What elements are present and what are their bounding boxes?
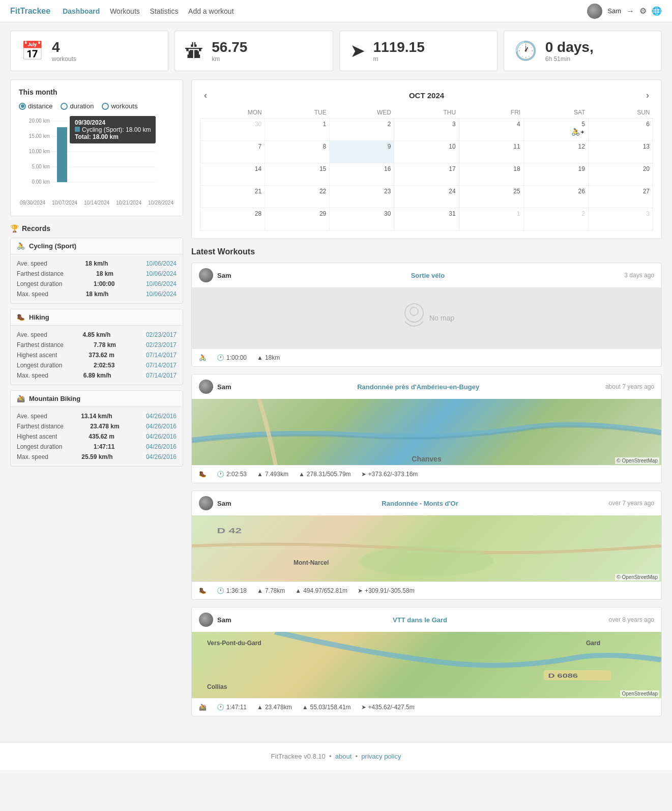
workout-distance-3: ▲ 7.78km	[257, 587, 285, 594]
cal-week-5: 28 29 30 31 1 2 3	[200, 208, 653, 230]
workout-time-2: about 7 years ago	[605, 383, 654, 390]
record-row: Ave. speed 13.14 km/h 04/26/2016	[17, 411, 177, 421]
cal-week-2: 7 8 9 10 11 12 13	[200, 141, 653, 163]
workout-stats-4: 🚵 🕐 1:47:11 ▲ 23.478km ▲ 55.03/158.4	[192, 698, 661, 716]
workout-title-3[interactable]: Randonnée - Monts d'Or	[382, 500, 458, 507]
workout-speed-4: ➤ +435.62/-427.5m	[361, 704, 415, 711]
footer-about-link[interactable]: about	[335, 752, 352, 760]
radio-duration-dot	[61, 103, 68, 110]
logout-icon[interactable]: →	[626, 7, 634, 16]
record-row: Max. speed 6.89 km/h 07/14/2017	[17, 370, 177, 381]
record-row: Highest ascent 435.62 m 04/26/2016	[17, 431, 177, 442]
cal-week-3: 14 15 16 17 18 19 20	[200, 163, 653, 186]
this-month-title: This month	[19, 88, 174, 96]
radio-distance[interactable]: distance	[19, 102, 52, 110]
cal-header-mon: MON	[200, 107, 265, 119]
workout-elevation-4: ▲ 55.03/158.41m	[302, 704, 351, 711]
cal-day: 24	[394, 186, 459, 208]
workout-avatar-2	[199, 380, 213, 394]
workout-avatar-3	[199, 496, 213, 510]
cal-day: 1	[265, 119, 330, 141]
two-col-layout: This month distance duration workouts	[10, 79, 662, 723]
workout-duration-2: 🕐 2:02:53	[217, 471, 247, 478]
nav-add-workout[interactable]: Add a workout	[188, 7, 234, 15]
map-collias: Collias	[207, 683, 227, 690]
workout-username-2: Sam	[217, 383, 231, 391]
workout-username-1: Sam	[217, 272, 231, 279]
workout-elevation-3: ▲ 494.97/652.81m	[295, 587, 347, 594]
svg-point-11	[410, 307, 418, 315]
road-icon: 🛣	[185, 40, 203, 62]
elevation-icon: ➤	[350, 40, 365, 62]
x-axis-labels: 09/30/2024 10/07/2024 10/14/2024 10/21/2…	[19, 200, 174, 206]
calendar-next-button[interactable]: ›	[642, 88, 653, 103]
workout-speed-2: ➤ +373.62/-373.16m	[361, 471, 418, 478]
lang-icon[interactable]: 🌐	[652, 6, 662, 16]
clock-icon: 🕐	[514, 40, 537, 62]
cal-day: 4	[459, 119, 523, 141]
workout-map-1[interactable]: No map	[192, 287, 661, 349]
cal-day: 17	[394, 163, 459, 186]
map-location-label: Chanves	[412, 455, 441, 463]
cal-day: 25	[459, 186, 523, 208]
nav-workouts[interactable]: Workouts	[110, 7, 140, 15]
osm-credit-3: © OpenStreetMap	[615, 574, 659, 581]
cal-week-1: 30 1 2 3 4 5🚴✦ 6	[200, 119, 653, 141]
cal-header-thu: THU	[394, 107, 459, 119]
map-paths-3: D 42	[192, 515, 661, 582]
osm-credit-4: OpenStreetMap	[620, 690, 659, 697]
cal-day: 2	[330, 119, 394, 141]
cal-day: 16	[330, 163, 394, 186]
nav-username: Sam	[607, 7, 621, 15]
footer: FitTrackee v0.8.10 • about • privacy pol…	[0, 742, 672, 770]
workout-map-4[interactable]: D 6086 Vers-Pont-du-Gard Collias Gard Op…	[192, 632, 661, 698]
record-row: Max. speed 25.59 km/h 04/26/2016	[17, 452, 177, 462]
svg-point-13	[360, 546, 494, 576]
record-row: Ave. speed 4.85 km/h 02/23/2017	[17, 330, 177, 340]
svg-text:15.00 km: 15.00 km	[29, 133, 50, 139]
stat-duration: 🕐 0 days, 6h 51min	[504, 31, 662, 71]
cal-day: 3	[588, 208, 653, 230]
workout-title-2[interactable]: Randonnée près d'Ambérieu-en-Bugey	[357, 383, 479, 391]
workout-title-1[interactable]: Sortie vélo	[411, 272, 445, 279]
radio-workouts[interactable]: workouts	[102, 102, 137, 110]
cal-day: 23	[330, 186, 394, 208]
cal-day: 28	[200, 208, 265, 230]
settings-icon[interactable]: ⚙	[639, 6, 647, 16]
svg-text:5.00 km: 5.00 km	[32, 164, 50, 169]
mtb-icon: 🚵	[17, 395, 25, 402]
radio-duration[interactable]: duration	[61, 102, 94, 110]
navbar: FitTrackee Dashboard Workouts Statistics…	[0, 0, 672, 22]
workout-map-2[interactable]: Chanves © OpenStreetMap	[192, 399, 661, 465]
footer-privacy-link[interactable]: privacy policy	[361, 752, 401, 760]
avatar	[587, 4, 602, 19]
workout-duration-1: 🕐 1:00:00	[217, 354, 247, 361]
record-row: Farthest distance 7.78 km 02/23/2017	[17, 340, 177, 350]
calendar-icon: 📅	[21, 40, 44, 62]
cal-day: 6	[588, 119, 653, 141]
workout-sport-icon-1: 🚴	[199, 354, 207, 361]
workout-header-1: Sam Sortie vélo 3 days ago	[192, 263, 661, 287]
cal-day: 29	[265, 208, 330, 230]
chart-bar-1[interactable]	[57, 127, 67, 182]
workout-map-3[interactable]: D 42 Mont-Narcel © OpenStreetMap	[192, 515, 661, 582]
calendar-prev-button[interactable]: ‹	[200, 88, 211, 103]
workout-stats-2: 🥾 🕐 2:02:53 ▲ 7.493km ▲ 278.31/505.7	[192, 465, 661, 483]
cal-day: 15	[265, 163, 330, 186]
distance-value: 56.75	[212, 39, 247, 55]
cal-header-fri: FRI	[459, 107, 523, 119]
workout-avatar-1	[199, 268, 213, 282]
nav-right: Sam → ⚙ 🌐	[587, 4, 662, 19]
nav-dashboard[interactable]: Dashboard	[63, 7, 100, 15]
map-gard: Gard	[586, 640, 600, 647]
workouts-value: 4	[52, 39, 76, 55]
workout-title-4[interactable]: VTT dans le Gard	[393, 616, 447, 624]
hiking-body: Ave. speed 4.85 km/h 02/23/2017 Farthest…	[11, 326, 183, 385]
cal-day: 26	[523, 186, 588, 208]
cal-day-5-sat[interactable]: 5🚴✦	[523, 119, 588, 141]
cal-day: 7	[200, 141, 265, 163]
chart-tooltip: 09/30/2024 Cycling (Sport): 18.00 km Tot…	[70, 116, 156, 143]
workout-sport-icon-2: 🥾	[199, 471, 207, 478]
hiking-record: 🥾 Hiking Ave. speed 4.85 km/h 02/23/2017…	[10, 309, 183, 385]
nav-statistics[interactable]: Statistics	[150, 7, 178, 15]
